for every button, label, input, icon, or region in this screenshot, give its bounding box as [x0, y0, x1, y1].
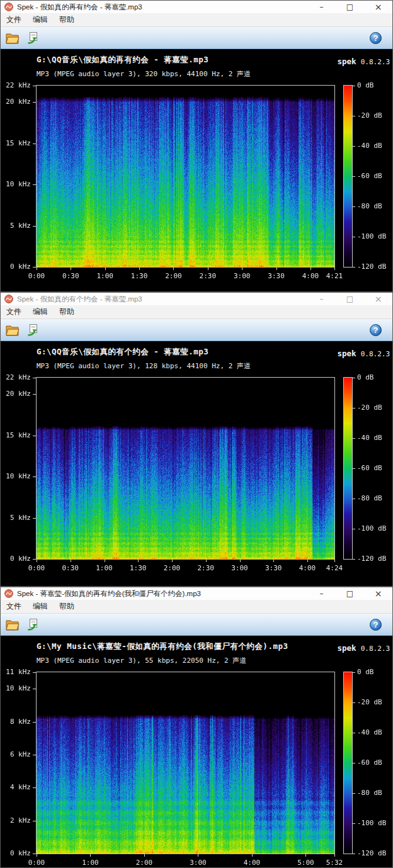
time-tick-mark — [334, 268, 335, 270]
menu-file[interactable]: 文件 — [1, 601, 27, 612]
db-tick-label: 0 dB — [357, 373, 392, 381]
db-tick-label: -60 dB — [357, 758, 392, 767]
minimize-button[interactable]: – — [307, 293, 336, 305]
time-tick-label: 3:00 — [226, 564, 254, 572]
db-tick-label: -60 dB — [357, 172, 392, 180]
freq-tick-label: 0 kHz — [2, 555, 31, 563]
window-title: Spek - 蒋嘉莹-假如真的再有约会(我和僵尸有个约会).mp3 — [17, 589, 201, 599]
open-file-button[interactable] — [4, 30, 21, 47]
help-icon: ? — [373, 33, 379, 43]
maximize-button[interactable]: □ — [336, 587, 364, 600]
db-tick-label: -40 dB — [357, 728, 392, 736]
help-button[interactable]: ? — [370, 619, 382, 631]
db-tick-mark — [353, 793, 355, 794]
time-tick-mark — [242, 268, 242, 270]
freq-tick-label: 4 kHz — [2, 783, 31, 791]
open-file-button[interactable] — [4, 322, 21, 339]
minimize-button[interactable]: – — [307, 587, 336, 600]
time-tick-mark — [276, 268, 277, 270]
freq-tick-label: 10 kHz — [2, 180, 31, 188]
desktop: Spek - 假如真的再有约会 - 蒋嘉莹.mp3 – □ × 文件 编辑 帮助 — [0, 0, 393, 868]
app-icon — [4, 589, 13, 598]
save-button[interactable] — [24, 30, 41, 47]
spek-logo-icon — [4, 3, 13, 11]
db-tick-mark — [353, 408, 355, 409]
db-tick-label: -20 dB — [357, 698, 392, 706]
help-button[interactable]: ? — [370, 32, 382, 44]
db-tick-mark — [353, 378, 355, 378]
db-tick-mark — [353, 854, 355, 854]
spek-logo-icon — [4, 589, 13, 598]
time-tick-mark — [144, 854, 145, 857]
time-tick-label: 0:00 — [23, 564, 50, 572]
toolbar: ? — [1, 27, 392, 49]
caption-buttons: – □ × — [307, 293, 392, 305]
close-button[interactable]: × — [364, 293, 392, 305]
help-icon: ? — [373, 325, 379, 335]
spectrogram-canvas — [37, 378, 334, 559]
spectrogram-plot — [36, 85, 335, 268]
menu-help[interactable]: 帮助 — [54, 601, 80, 612]
titlebar[interactable]: Spek - 假如真的有个约会 - 蒋嘉莹.mp3 – □ × — [1, 293, 392, 305]
menu-help[interactable]: 帮助 — [54, 14, 80, 25]
db-tick-label: -40 dB — [357, 142, 392, 150]
time-tick-mark — [105, 560, 105, 562]
toolbar: ? — [1, 614, 392, 636]
time-tick-mark — [334, 560, 335, 562]
db-tick-mark — [353, 146, 355, 147]
menu-file[interactable]: 文件 — [1, 307, 27, 317]
freq-tick-label: 8 kHz — [2, 718, 31, 726]
colorbar-canvas — [344, 672, 352, 854]
toolbar: ? — [1, 319, 392, 341]
spectrogram-panel: G:\My Music\蒋嘉莹-假如真的再有约会(我和僵尸有个约会).mp3 s… — [1, 636, 392, 867]
menu-edit[interactable]: 编辑 — [27, 601, 54, 612]
menu-help[interactable]: 帮助 — [54, 307, 80, 317]
colorbar — [343, 85, 353, 268]
time-tick-mark — [138, 560, 139, 562]
save-button[interactable] — [24, 616, 41, 633]
menu-edit[interactable]: 编辑 — [27, 307, 54, 317]
time-tick-label: 5:32 — [321, 859, 348, 867]
freq-tick-label: 5 kHz — [2, 514, 31, 522]
time-tick-mark — [208, 268, 208, 270]
time-tick-label: 0:00 — [23, 859, 50, 867]
db-tick-label: -100 dB — [357, 232, 392, 240]
time-tick-mark — [37, 268, 37, 270]
close-button[interactable]: × — [364, 1, 392, 13]
time-tick-label: 2:00 — [159, 272, 187, 280]
brand-version: 0.8.2.3 — [361, 645, 390, 653]
maximize-button[interactable]: □ — [336, 293, 364, 305]
menu-file[interactable]: 文件 — [1, 14, 27, 25]
titlebar[interactable]: Spek - 蒋嘉莹-假如真的再有约会(我和僵尸有个约会).mp3 – □ × — [1, 587, 392, 600]
freq-tick-label: 6 kHz — [2, 750, 31, 758]
db-tick-label: -40 dB — [357, 434, 392, 442]
time-tick-mark — [273, 560, 274, 562]
time-tick-label: 1:00 — [91, 272, 119, 280]
save-button[interactable] — [24, 322, 41, 339]
app-brand: spek0.8.2.3 — [338, 641, 390, 653]
brand-version: 0.8.2.3 — [361, 58, 390, 66]
titlebar[interactable]: Spek - 假如真的再有约会 - 蒋嘉莹.mp3 – □ × — [1, 1, 392, 13]
open-file-button[interactable] — [4, 616, 21, 633]
close-button[interactable]: × — [364, 587, 392, 600]
caption-buttons: – □ × — [307, 1, 392, 13]
file-path-label: G:\My Music\蒋嘉莹-假如真的再有约会(我和僵尸有个约会).mp3 — [37, 641, 288, 652]
time-tick-label: 3:30 — [259, 564, 287, 572]
file-path-label: G:\QQ音乐\假如真的有个约会 - 蒋嘉莹.mp3 — [37, 347, 208, 358]
menubar: 文件 编辑 帮助 — [1, 305, 392, 319]
maximize-button[interactable]: □ — [336, 1, 364, 13]
db-tick-mark — [353, 672, 355, 673]
window-title: Spek - 假如真的再有约会 - 蒋嘉莹.mp3 — [17, 3, 142, 12]
db-tick-label: -120 dB — [357, 849, 392, 857]
menu-edit[interactable]: 编辑 — [27, 14, 54, 25]
time-tick-mark — [105, 268, 106, 270]
time-tick-mark — [252, 854, 253, 857]
minimize-button[interactable]: – — [307, 1, 336, 13]
db-tick-label: -80 dB — [357, 494, 392, 502]
time-tick-mark — [307, 560, 308, 562]
db-tick-mark — [353, 267, 355, 268]
freq-tick-label: 0 kHz — [2, 262, 31, 271]
db-tick-mark — [353, 733, 355, 733]
help-button[interactable]: ? — [370, 324, 382, 336]
open-folder-icon — [6, 324, 20, 336]
